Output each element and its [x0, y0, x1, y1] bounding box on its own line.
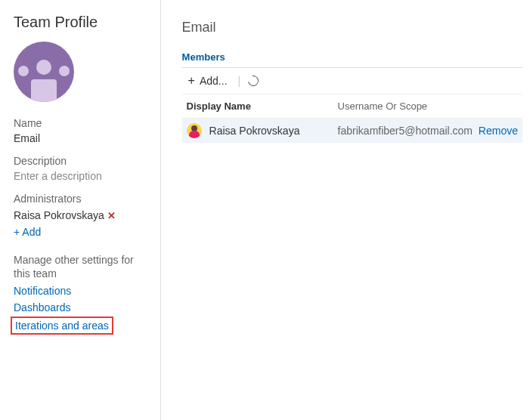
admin-name: Raisa Pokrovskaya [14, 209, 104, 221]
member-username: fabrikamfiber5@hotmail.com [338, 125, 473, 137]
iterations-areas-link[interactable]: Iterations and areas [15, 320, 109, 332]
user-avatar-icon [187, 123, 202, 138]
name-value[interactable]: Email [14, 132, 148, 144]
toolbar-separator: | [238, 75, 241, 87]
dashboards-link[interactable]: Dashboards [14, 301, 148, 313]
member-display-name: Raisa Pokrovskaya [209, 125, 300, 137]
members-table-header: Display Name Username Or Scope [182, 94, 522, 119]
add-member-button[interactable]: + Add... [185, 73, 231, 89]
plus-icon: + [188, 74, 195, 88]
highlight-iterations: Iterations and areas [11, 317, 113, 335]
remove-member-link[interactable]: Remove [479, 125, 518, 137]
col-display-name: Display Name [187, 100, 338, 112]
name-label: Name [14, 117, 148, 129]
main-panel: Email Members + Add... | Display Name Us… [161, 0, 530, 420]
tab-members[interactable]: Members [182, 51, 225, 67]
description-input[interactable]: Enter a description [14, 170, 148, 182]
administrators-label: Administrators [14, 193, 148, 205]
team-profile-sidebar: Team Profile Name Email Description Ente… [0, 0, 161, 420]
col-username: Username Or Scope [338, 100, 473, 112]
add-admin-link[interactable]: + Add [14, 226, 148, 238]
refresh-icon[interactable] [246, 73, 260, 88]
table-row[interactable]: Raisa Pokrovskaya fabrikamfiber5@hotmail… [182, 119, 522, 143]
page-title: Email [182, 20, 522, 36]
col-action [473, 100, 518, 112]
members-toolbar: + Add... | [182, 67, 522, 94]
add-button-label: Add... [200, 75, 228, 87]
settings-heading: Manage other settings for this team [14, 253, 148, 280]
remove-admin-icon[interactable]: ✕ [107, 210, 116, 221]
team-avatar[interactable] [14, 42, 74, 102]
sidebar-title: Team Profile [14, 14, 148, 31]
notifications-link[interactable]: Notifications [14, 285, 148, 297]
description-label: Description [14, 155, 148, 167]
admin-row: Raisa Pokrovskaya ✕ [14, 209, 148, 221]
